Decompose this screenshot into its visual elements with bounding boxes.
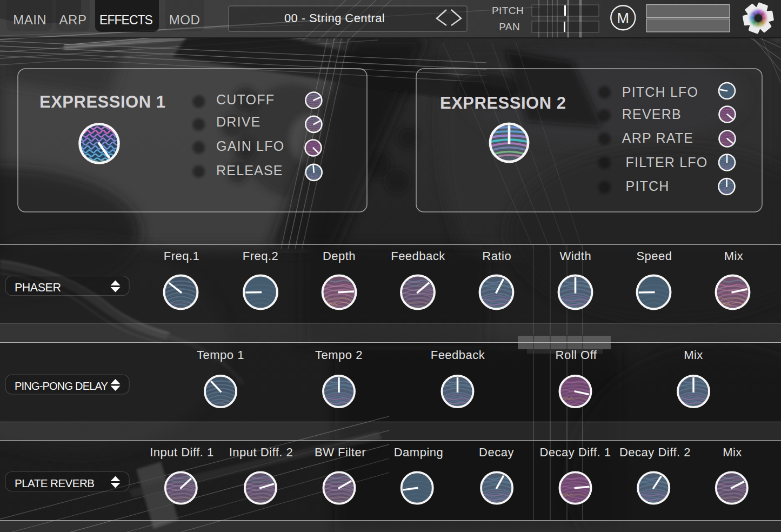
svg-text:FILTER LFO: FILTER LFO — [626, 155, 708, 170]
svg-text:EXPRESSION 2: EXPRESSION 2 — [440, 94, 566, 112]
svg-text:Input Diff. 1: Input Diff. 1 — [150, 445, 214, 459]
svg-text:PITCH: PITCH — [626, 178, 670, 194]
svg-text:Feedback: Feedback — [431, 348, 485, 362]
svg-text:Speed: Speed — [636, 249, 672, 263]
svg-text:Decay Diff. 2: Decay Diff. 2 — [619, 445, 691, 459]
svg-text:Tempo 1: Tempo 1 — [197, 348, 244, 362]
svg-text:MAIN: MAIN — [13, 12, 46, 27]
svg-text:Tempo 2: Tempo 2 — [315, 348, 363, 362]
svg-text:Damping: Damping — [394, 445, 444, 459]
svg-text:Decay Diff. 1: Decay Diff. 1 — [539, 445, 611, 459]
svg-text:Ratio: Ratio — [482, 249, 511, 263]
svg-text:CUTOFF: CUTOFF — [216, 92, 275, 107]
svg-text:Mix: Mix — [724, 249, 744, 263]
svg-text:00 - String Central: 00 - String Central — [284, 11, 385, 25]
svg-text:Freq.1: Freq.1 — [164, 249, 200, 263]
svg-text:Mix: Mix — [684, 348, 703, 362]
svg-text:Width: Width — [559, 249, 591, 263]
svg-text:PLATE REVERB: PLATE REVERB — [15, 477, 94, 489]
svg-text:Feedback: Feedback — [391, 249, 445, 263]
svg-text:ARP: ARP — [59, 12, 87, 27]
svg-text:Depth: Depth — [323, 249, 356, 263]
svg-text:GAIN LFO: GAIN LFO — [216, 138, 284, 154]
svg-text:EXPRESSION 1: EXPRESSION 1 — [39, 92, 165, 111]
svg-text:MOD: MOD — [169, 12, 201, 27]
svg-text:Decay: Decay — [479, 445, 514, 459]
svg-text:REVERB: REVERB — [622, 107, 682, 122]
svg-text:PING-PONG DELAY: PING-PONG DELAY — [15, 380, 108, 392]
svg-text:BW Filter: BW Filter — [315, 445, 366, 459]
svg-text:RELEASE: RELEASE — [216, 163, 283, 178]
svg-text:Mix: Mix — [723, 445, 742, 459]
svg-text:PITCH: PITCH — [492, 5, 524, 16]
svg-text:Input Diff. 2: Input Diff. 2 — [229, 445, 293, 459]
svg-text:ARP RATE: ARP RATE — [622, 130, 693, 145]
svg-text:PAN: PAN — [499, 21, 520, 32]
svg-text:EFFECTS: EFFECTS — [99, 13, 152, 27]
svg-text:PHASER: PHASER — [15, 281, 61, 294]
svg-text:Roll Off: Roll Off — [556, 348, 597, 362]
svg-text:Freq.2: Freq.2 — [243, 249, 279, 263]
svg-text:M: M — [617, 10, 630, 26]
svg-text:DRIVE: DRIVE — [216, 114, 261, 129]
svg-text:PITCH LFO: PITCH LFO — [622, 84, 698, 99]
